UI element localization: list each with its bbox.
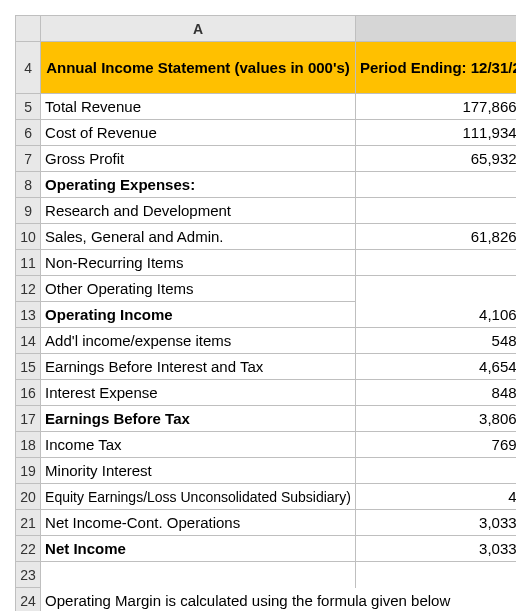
cell-B15[interactable]: 4,654,000 — [355, 354, 516, 380]
cell-A20[interactable]: Equity Earnings/Loss Unconsolidated Subs… — [41, 484, 356, 510]
cell-A16[interactable]: Interest Expense — [41, 380, 356, 406]
row-header-12[interactable]: 12 — [16, 276, 41, 302]
cell-B19[interactable] — [355, 458, 516, 484]
cell-A13[interactable]: Operating Income — [41, 302, 356, 328]
cell-B20[interactable]: 4,000 — [355, 484, 516, 510]
row-header-22[interactable]: 22 — [16, 536, 41, 562]
row-header-23[interactable]: 23 — [16, 562, 41, 588]
col-header-B[interactable]: B — [355, 16, 516, 42]
corner-cell[interactable] — [16, 16, 41, 42]
row-header-5[interactable]: 5 — [16, 94, 41, 120]
row-header-14[interactable]: 14 — [16, 328, 41, 354]
cell-A9[interactable]: Research and Development — [41, 198, 356, 224]
row-header-7[interactable]: 7 — [16, 146, 41, 172]
cell-A14[interactable]: Add'l income/expense items — [41, 328, 356, 354]
cell-A5[interactable]: Total Revenue — [41, 94, 356, 120]
cell-A7[interactable]: Gross Profit — [41, 146, 356, 172]
cell-B4[interactable]: Period Ending: 12/31/2017 — [355, 42, 516, 94]
cell-B17[interactable]: 3,806,000 — [355, 406, 516, 432]
cell-A19[interactable]: Minority Interest — [41, 458, 356, 484]
cell-A17[interactable]: Earnings Before Tax — [41, 406, 356, 432]
cell-A10[interactable]: Sales, General and Admin. — [41, 224, 356, 250]
row-header-13[interactable]: 13 — [16, 302, 41, 328]
row-header-16[interactable]: 16 — [16, 380, 41, 406]
cell-A15[interactable]: Earnings Before Interest and Tax — [41, 354, 356, 380]
cell-A12[interactable]: Other Operating Items — [41, 276, 356, 302]
cell-B10[interactable]: 61,826,000 — [355, 224, 516, 250]
cell-B14[interactable]: 548,000 — [355, 328, 516, 354]
cell-B18[interactable]: 769,000 — [355, 432, 516, 458]
row-header-11[interactable]: 11 — [16, 250, 41, 276]
cell-B6[interactable]: 111,934,000 — [355, 120, 516, 146]
cell-B5[interactable]: 177,866,000 — [355, 94, 516, 120]
row-header-18[interactable]: 18 — [16, 432, 41, 458]
row-header-24[interactable]: 24 — [16, 588, 41, 612]
row-header-6[interactable]: 6 — [16, 120, 41, 146]
cell-A23[interactable] — [41, 562, 356, 588]
cell-A18[interactable]: Income Tax — [41, 432, 356, 458]
cell-A6[interactable]: Cost of Revenue — [41, 120, 356, 146]
cell-B12[interactable]: - — [355, 276, 516, 302]
row-header-20[interactable]: 20 — [16, 484, 41, 510]
cell-A11[interactable]: Non-Recurring Items — [41, 250, 356, 276]
col-header-A[interactable]: A — [41, 16, 356, 42]
row-header-21[interactable]: 21 — [16, 510, 41, 536]
cell-B9[interactable]: - — [355, 198, 516, 224]
row-header-19[interactable]: 19 — [16, 458, 41, 484]
row-header-17[interactable]: 17 — [16, 406, 41, 432]
row-header-4[interactable]: 4 — [16, 42, 41, 94]
cell-A4[interactable]: Annual Income Statement (values in 000's… — [41, 42, 356, 94]
cell-A8[interactable]: Operating Expenses: — [41, 172, 356, 198]
cell-B16[interactable]: 848,000 — [355, 380, 516, 406]
cell-B22[interactable]: 3,033,000 — [355, 536, 516, 562]
cell-B11[interactable]: - — [355, 250, 516, 276]
cell-B23[interactable] — [355, 562, 516, 588]
cell-A21[interactable]: Net Income-Cont. Operations — [41, 510, 356, 536]
row-header-15[interactable]: 15 — [16, 354, 41, 380]
cell-B13[interactable]: 4,106,000 — [355, 302, 516, 328]
row-header-8[interactable]: 8 — [16, 172, 41, 198]
cell-B7[interactable]: 65,932,000 — [355, 146, 516, 172]
cell-A22[interactable]: Net Income — [41, 536, 356, 562]
cell-B8[interactable] — [355, 172, 516, 198]
row-header-10[interactable]: 10 — [16, 224, 41, 250]
cell-A24[interactable]: Operating Margin is calculated using the… — [41, 588, 516, 612]
cell-B21[interactable]: 3,033,000 — [355, 510, 516, 536]
row-header-9[interactable]: 9 — [16, 198, 41, 224]
spreadsheet-grid[interactable]: A B 4 Annual Income Statement (values in… — [15, 15, 516, 611]
